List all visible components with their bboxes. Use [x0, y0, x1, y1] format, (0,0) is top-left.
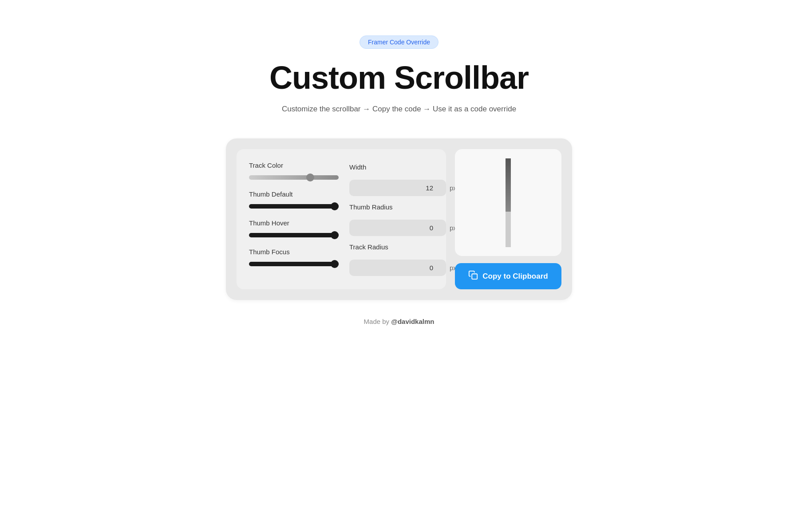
badge: Framer Code Override: [359, 35, 439, 49]
width-group: Width px: [349, 163, 434, 196]
track-color-group: Track Color: [249, 162, 339, 181]
page-title: Custom Scrollbar: [269, 59, 529, 96]
thumb-radius-input[interactable]: [349, 220, 446, 236]
track-radius-label: Track Radius: [349, 243, 434, 251]
track-color-label: Track Color: [249, 162, 339, 169]
track-radius-group: Track Radius px: [349, 243, 434, 276]
right-column: Copy to Clipboard: [455, 149, 561, 289]
thumb-hover-group: Thumb Hover: [249, 219, 339, 239]
main-card: Track Color Thumb Default Thumb Hover Th…: [226, 138, 572, 300]
preview-panel: [455, 149, 561, 256]
track-color-slider[interactable]: [249, 175, 339, 180]
copy-button-label: Copy to Clipboard: [482, 272, 548, 281]
svg-rect-0: [472, 274, 478, 279]
thumb-radius-label: Thumb Radius: [349, 203, 434, 211]
scrollbar-preview: [506, 158, 511, 247]
footer-text: Made by: [364, 318, 391, 325]
thumb-focus-group: Thumb Focus: [249, 248, 339, 268]
scrollbar-thumb: [506, 158, 511, 212]
thumb-default-slider[interactable]: [249, 204, 339, 209]
thumb-default-label: Thumb Default: [249, 190, 339, 198]
thumb-hover-slider[interactable]: [249, 233, 339, 237]
thumb-focus-slider[interactable]: [249, 262, 339, 266]
badge-label: Framer Code Override: [368, 39, 430, 46]
thumb-focus-label: Thumb Focus: [249, 248, 339, 256]
width-input[interactable]: [349, 180, 446, 196]
controls-panel: Track Color Thumb Default Thumb Hover Th…: [237, 149, 446, 289]
thumb-default-group: Thumb Default: [249, 190, 339, 210]
width-label: Width: [349, 163, 434, 171]
author-link[interactable]: @davidkalmn: [391, 318, 434, 325]
footer: Made by @davidkalmn: [364, 318, 435, 325]
copy-to-clipboard-button[interactable]: Copy to Clipboard: [455, 263, 561, 289]
thumb-hover-label: Thumb Hover: [249, 219, 339, 227]
thumb-radius-group: Thumb Radius px: [349, 203, 434, 236]
track-radius-input[interactable]: [349, 260, 446, 276]
subtitle: Customize the scrollbar → Copy the code …: [282, 105, 516, 114]
clipboard-icon: [468, 270, 478, 282]
